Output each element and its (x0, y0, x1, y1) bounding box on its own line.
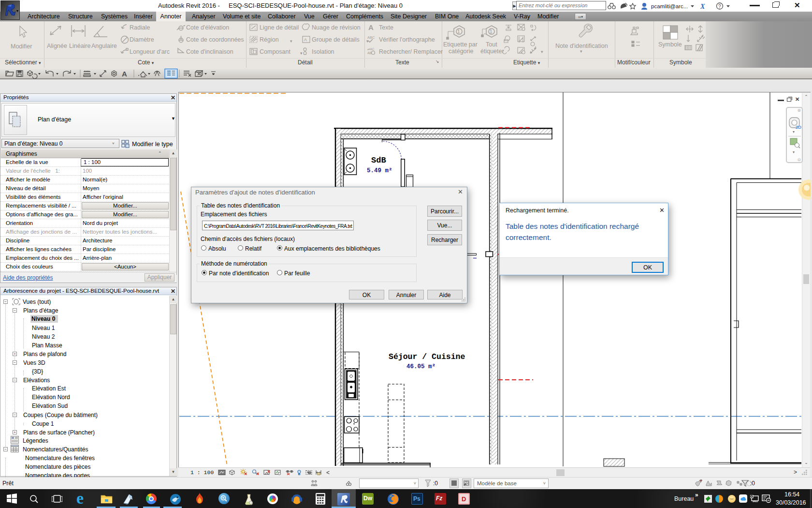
svg-text:Texte: Texte (379, 24, 393, 31)
svg-text:A: A (122, 70, 127, 78)
svg-text:46.05 m²: 46.05 m² (406, 363, 435, 370)
svg-text:ABC: ABC (367, 35, 375, 40)
svg-text:Longueur d'arc: Longueur d'arc (130, 48, 170, 55)
svg-text:▾: ▾ (580, 49, 582, 54)
svg-text:5.49 m²: 5.49 m² (367, 167, 392, 174)
svg-text:1: 1 (457, 29, 460, 34)
svg-text:A: A (368, 23, 374, 31)
svg-text:catégorie: catégorie (449, 48, 473, 55)
svg-text:Symbole: Symbole (658, 41, 682, 48)
svg-text:Cote d'inclinaison: Cote d'inclinaison (186, 48, 233, 55)
svg-text:Rechercher/ Remplacer: Rechercher/ Remplacer (379, 48, 443, 55)
svg-text:2D: 2D (796, 124, 801, 130)
svg-text:Isolation: Isolation (312, 48, 334, 55)
svg-text:Composant: Composant (260, 48, 290, 55)
svg-text:▾: ▾ (300, 51, 303, 56)
svg-text:Linéaire: Linéaire (69, 43, 91, 49)
svg-text:Cote d'élévation: Cote d'élévation (186, 24, 229, 31)
svg-text:étiqueter: étiqueter (480, 48, 504, 55)
svg-text:SdB: SdB (371, 156, 386, 165)
svg-text:Diamètre: Diamètre (130, 36, 154, 43)
svg-text:Région: Région (260, 36, 279, 43)
svg-text:Nuage de révision: Nuage de révision (312, 24, 361, 31)
svg-text:pcamliti@arc...: pcamliti@arc... (651, 3, 688, 9)
svg-text:Alignée: Alignée (47, 43, 67, 49)
svg-text:Note d'identification: Note d'identification (555, 43, 608, 49)
svg-text:Tout: Tout (486, 41, 497, 48)
svg-text:Cote de coordonnées: Cote de coordonnées (186, 36, 244, 43)
svg-text:Groupe de détails: Groupe de détails (312, 36, 360, 43)
svg-text:Modifier: Modifier (11, 43, 32, 50)
svg-text:▾: ▾ (541, 49, 543, 54)
svg-text:X: X (700, 3, 705, 10)
svg-text:Séjour / Cuisine: Séjour / Cuisine (389, 352, 465, 361)
svg-text:Ligne de détail: Ligne de détail (260, 24, 299, 31)
svg-text:AB: AB (367, 51, 372, 55)
svg-text:⇄AC: ⇄AC (367, 47, 375, 51)
svg-text:Radiale: Radiale (130, 24, 150, 31)
svg-text:▾: ▾ (290, 39, 292, 44)
svg-text:A: A (304, 37, 307, 42)
svg-text:Vérifier l'orthographe: Vérifier l'orthographe (379, 36, 435, 43)
svg-text:Angulaire: Angulaire (91, 43, 117, 49)
svg-text:<: < (326, 469, 330, 476)
svg-text:?: ? (718, 4, 721, 9)
svg-text:1: 1 (490, 29, 493, 34)
svg-text:Etiquette par: Etiquette par (443, 41, 478, 48)
